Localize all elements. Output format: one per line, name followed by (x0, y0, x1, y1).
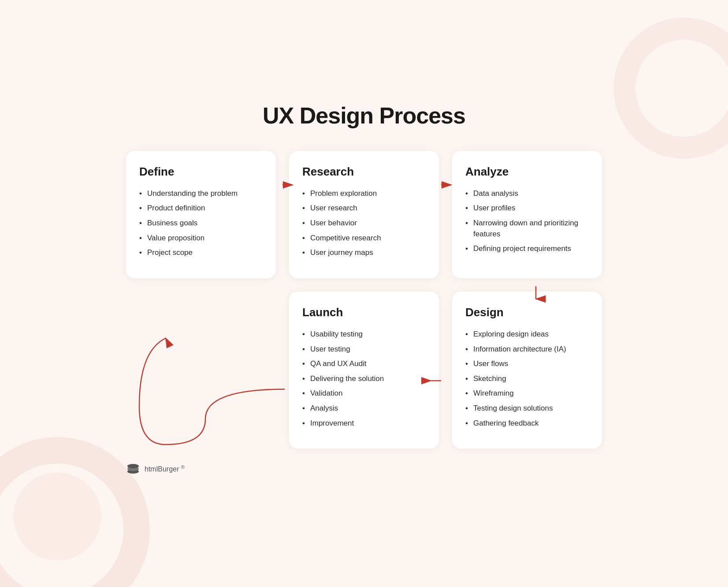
design-list: Exploring design ideas Information archi… (465, 329, 589, 429)
list-item: Information architecture (IA) (465, 344, 589, 355)
footer: htmlBurger ® (126, 462, 602, 476)
brand-name: htmlBurger (145, 466, 179, 473)
list-item: Defining project requirements (465, 243, 589, 254)
card-design: Design Exploring design ideas Informatio… (452, 292, 602, 449)
list-item: Data analysis (465, 188, 589, 199)
empty-cell (126, 292, 276, 449)
analyze-title: Analyze (465, 165, 589, 179)
card-analyze: Analyze Data analysis User profiles Narr… (452, 151, 602, 278)
list-item: Sketching (465, 374, 589, 385)
card-define: Define Understanding the problem Product… (126, 151, 276, 278)
list-item: QA and UX Audit (302, 359, 426, 370)
process-grid: Define Understanding the problem Product… (126, 151, 602, 449)
list-item: User behavior (302, 218, 426, 229)
list-item: Problem exploration (302, 188, 426, 199)
list-item: Competitive research (302, 233, 426, 244)
htmlburger-logo-icon (126, 462, 140, 476)
page-container: UX Design Process (100, 80, 628, 507)
card-launch: Launch Usability testing User testing QA… (289, 292, 439, 449)
list-item: Validation (302, 388, 426, 399)
list-item: User research (302, 203, 426, 214)
launch-list: Usability testing User testing QA and UX… (302, 329, 426, 429)
list-item: Product definition (139, 203, 263, 214)
list-item: User profiles (465, 203, 589, 214)
analyze-list: Data analysis User profiles Narrowing do… (465, 188, 589, 254)
list-item: Understanding the problem (139, 188, 263, 199)
list-item: Improvement (302, 418, 426, 429)
research-list: Problem exploration User research User b… (302, 188, 426, 258)
list-item: Testing design solutions (465, 403, 589, 414)
list-item: User testing (302, 344, 426, 355)
footer-brand-text: htmlBurger ® (145, 464, 185, 473)
list-item: Analysis (302, 403, 426, 414)
trademark-symbol: ® (181, 464, 185, 470)
list-item: User flows (465, 359, 589, 370)
list-item: Value proposition (139, 233, 263, 244)
list-item: Exploring design ideas (465, 329, 589, 340)
list-item: User journey maps (302, 247, 426, 258)
define-title: Define (139, 165, 263, 179)
page-title: UX Design Process (126, 102, 602, 129)
list-item: Wireframing (465, 388, 589, 399)
list-item: Delivering the solution (302, 374, 426, 385)
list-item: Narrowing down and prioritizing features (465, 218, 589, 239)
card-research: Research Problem exploration User resear… (289, 151, 439, 278)
launch-title: Launch (302, 306, 426, 319)
svg-point-10 (127, 464, 139, 468)
bg-decoration-circle-2 (613, 18, 728, 159)
design-title: Design (465, 306, 589, 319)
list-item: Project scope (139, 247, 263, 258)
define-list: Understanding the problem Product defini… (139, 188, 263, 258)
list-item: Business goals (139, 218, 263, 229)
list-item: Usability testing (302, 329, 426, 340)
list-item: Gathering feedback (465, 418, 589, 429)
bg-decoration-circle-3 (13, 472, 101, 561)
research-title: Research (302, 165, 426, 179)
